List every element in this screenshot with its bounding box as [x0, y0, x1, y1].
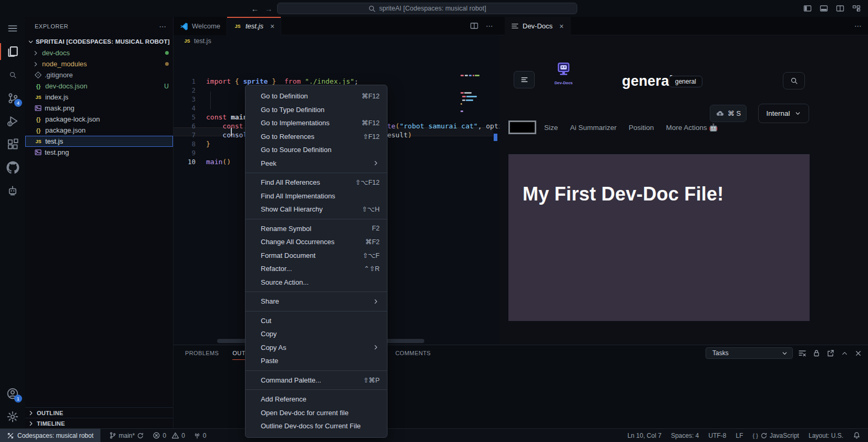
menu-item-go-to-source-definition[interactable]: Go to Source Definition	[246, 143, 387, 157]
visibility-dropdown[interactable]: Internal	[758, 104, 809, 123]
menu-item-format-document[interactable]: Format Document⇧⌥F	[246, 249, 387, 263]
menu-item-copy[interactable]: Copy	[246, 327, 387, 341]
notifications-icon[interactable]	[853, 431, 861, 439]
clear-output-icon[interactable]	[798, 349, 806, 357]
menu-item-go-to-type-definition[interactable]: Go to Type Definition	[246, 103, 387, 117]
menu-item-outline-dev-docs-for-current-file[interactable]: Outline Dev-docs for Current File	[246, 419, 387, 433]
activity-item-dev-docs[interactable]	[0, 179, 25, 202]
breadcrumb[interactable]: JS test.js	[173, 35, 499, 47]
editor-more-icon[interactable]: ⋯	[486, 22, 493, 30]
toolbar-more-actions[interactable]: More Actions 🤖	[666, 123, 718, 132]
command-center-search[interactable]: spriteAI [Codespaces: musical robot]	[277, 3, 577, 14]
git-status-dot	[165, 51, 169, 55]
file-package.json[interactable]: {}package.json	[25, 125, 173, 136]
menu-item-go-to-references[interactable]: Go to References⇧F12	[246, 130, 387, 144]
menu-item-go-to-definition[interactable]: Go to Definition⌘F12	[246, 89, 387, 103]
menu-item-cut[interactable]: Cut	[246, 314, 387, 328]
language-mode[interactable]: { } JavaScript	[753, 432, 799, 439]
tab-testjs[interactable]: JS test.js ×	[227, 17, 281, 35]
explorer-root-folder[interactable]: SPRITEAI [CODESPACES: MUSICAL ROBOT]	[25, 36, 173, 47]
doc-preview[interactable]: My First Dev-Doc File!	[508, 154, 810, 321]
indentation[interactable]: Spaces: 4	[671, 432, 699, 439]
activity-item-accounts[interactable]: 1	[0, 382, 25, 405]
ports-status[interactable]: 0	[193, 432, 207, 439]
cursor-position[interactable]: Ln 10, Col 7	[627, 432, 661, 439]
devdocs-search-button[interactable]	[783, 72, 805, 89]
menu-item-share[interactable]: Share	[246, 295, 387, 308]
close-tab-icon[interactable]: ×	[270, 22, 274, 31]
menu-item-paste[interactable]: Paste	[246, 354, 387, 368]
tab-welcome[interactable]: Welcome	[173, 17, 227, 35]
toolbar-size[interactable]: Size	[544, 124, 558, 132]
menu-item-find-all-implementations[interactable]: Find All Implementations	[246, 189, 387, 203]
close-panel-icon[interactable]	[854, 349, 862, 357]
panel-tab-problems[interactable]: PROBLEMS	[185, 345, 219, 361]
toggle-sidebar-icon[interactable]	[803, 4, 812, 13]
close-tab-icon[interactable]: ×	[559, 22, 564, 31]
remote-indicator[interactable]: Codespaces: musical robot	[0, 429, 100, 442]
js-file-icon: JS	[233, 24, 242, 29]
file-node_modules[interactable]: node_modules	[25, 58, 173, 69]
open-in-editor-icon[interactable]	[826, 349, 835, 357]
menu-item-change-all-occurrences[interactable]: Change All Occurrences⌘F2	[246, 235, 387, 249]
panel-tab-comments[interactable]: COMMENTS	[395, 345, 431, 361]
menu-item-copy-as[interactable]: Copy As	[246, 341, 387, 355]
activity-item-extensions[interactable]	[0, 133, 25, 156]
menu-item-find-all-references[interactable]: Find All References⇧⌥F12	[246, 176, 387, 189]
vscode-window: ← → spriteAI [Codespaces: musical robot]…	[0, 0, 868, 442]
activity-item-explorer[interactable]	[0, 40, 25, 63]
encoding[interactable]: UTF-8	[709, 432, 727, 439]
menu-item-show-call-hierarchy[interactable]: Show Call Hierarchy⇧⌥H	[246, 203, 387, 216]
toggle-panel-icon[interactable]	[820, 4, 828, 13]
toolbar-position[interactable]: Position	[629, 124, 654, 132]
tab-devdocs[interactable]: Dev-Docs ×	[505, 17, 570, 35]
file-test.png[interactable]: test.png	[25, 147, 173, 158]
activity-item-source-control[interactable]: 4	[0, 86, 25, 109]
file-.gitignore[interactable]: .gitignore	[25, 69, 173, 81]
tasks-dropdown[interactable]: Tasks	[706, 347, 793, 359]
file-package-lock.json[interactable]: {}package-lock.json	[25, 114, 173, 125]
split-editor-icon[interactable]	[836, 4, 844, 13]
menu-item-add-reference[interactable]: Add Reference	[246, 393, 387, 406]
color-swatch[interactable]	[508, 120, 536, 134]
menu-item-command-palette[interactable]: Command Palette...⇧⌘P	[246, 374, 387, 387]
lock-scroll-icon[interactable]	[812, 349, 821, 357]
file-test.js[interactable]: JStest.js	[25, 136, 173, 147]
activity-bottom: 1	[0, 382, 25, 428]
sidebar-more-icon[interactable]: ⋯	[159, 22, 167, 31]
activity-item-search[interactable]	[0, 63, 25, 86]
menu-item-rename-symbol[interactable]: Rename SymbolF2	[246, 222, 387, 236]
back-button[interactable]: ←	[249, 0, 261, 17]
file-dev-docs[interactable]: dev-docs	[25, 47, 173, 58]
menu-item-go-to-implementations[interactable]: Go to Implementations⌘F12	[246, 116, 387, 130]
minimap[interactable]	[461, 75, 482, 119]
activity-item-menu[interactable]	[0, 17, 25, 40]
devdocs-tab-bar: Dev-Docs × ⋯	[499, 17, 868, 35]
menu-shortcut: ⇧⌥F12	[355, 178, 380, 186]
problems-status[interactable]: 0 0	[152, 431, 185, 439]
file-index.js[interactable]: JSindex.js	[25, 92, 173, 103]
file-dev-docs.json[interactable]: {}dev-docs.jsonU	[25, 81, 173, 92]
activity-item-github[interactable]	[0, 156, 25, 179]
file-mask.png[interactable]: mask.png	[25, 103, 173, 114]
activity-item-run-debug[interactable]	[0, 109, 25, 133]
branch-status[interactable]: main*	[109, 431, 145, 439]
menu-item-refactor[interactable]: Refactor...⌃⇧R	[246, 262, 387, 276]
devdocs-menu-button[interactable]	[514, 71, 535, 88]
keyboard-layout[interactable]: Layout: U.S.	[809, 432, 843, 439]
menu-item-source-action[interactable]: Source Action...	[246, 276, 387, 289]
toolbar-ai-summarizer[interactable]: Ai Summarizer	[570, 124, 617, 132]
menu-item-peek[interactable]: Peek	[246, 157, 387, 170]
more-actions-icon[interactable]: ⋯	[854, 22, 862, 30]
maximize-panel-icon[interactable]	[841, 349, 849, 357]
split-editor-icon[interactable]	[470, 22, 478, 30]
timeline-section[interactable]: TIMELINE	[25, 418, 173, 428]
eol[interactable]: LF	[736, 432, 743, 439]
menu-separator	[246, 219, 387, 219]
menu-item-label: Change All Occurrences	[261, 238, 334, 246]
activity-item-settings[interactable]	[0, 405, 25, 428]
menu-item-open-dev-doc-for-current-file[interactable]: Open Dev-doc for current file	[246, 406, 387, 420]
outline-section[interactable]: OUTLINE	[25, 407, 173, 418]
forward-button[interactable]: →	[262, 0, 275, 17]
customize-layout-icon[interactable]	[852, 4, 861, 13]
